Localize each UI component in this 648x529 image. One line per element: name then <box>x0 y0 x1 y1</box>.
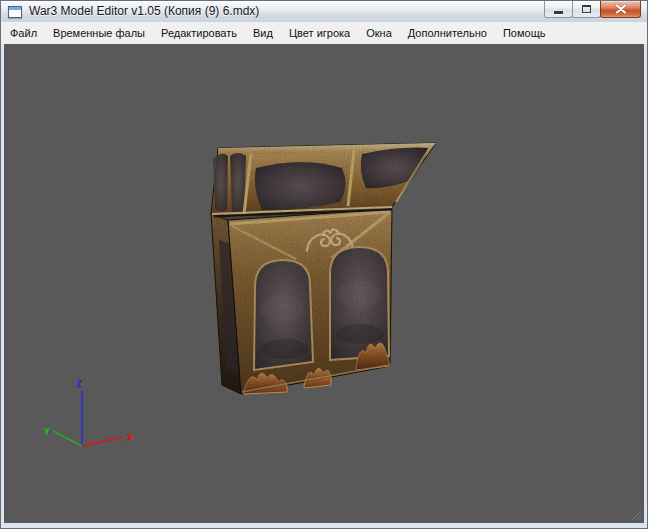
menu-bar: Файл Временные фалы Редактировать Вид Цв… <box>1 22 647 44</box>
menu-item-view[interactable]: Вид <box>245 23 281 43</box>
app-icon <box>8 6 22 18</box>
axis-label-x: X <box>127 433 133 443</box>
minimize-button[interactable] <box>544 1 573 18</box>
menu-item-windows[interactable]: Окна <box>358 23 400 43</box>
minimize-icon <box>554 11 563 14</box>
menu-item-temp-files[interactable]: Временные фалы <box>45 23 153 43</box>
maximize-icon <box>582 5 591 13</box>
close-icon <box>615 4 627 14</box>
window-title: War3 Model Editor v1.05 (Копия (9) 6.mdx… <box>29 4 259 19</box>
menu-item-file[interactable]: Файл <box>2 23 45 43</box>
axis-label-z: Z <box>76 379 82 389</box>
menu-item-additional[interactable]: Дополнительно <box>400 23 495 43</box>
app-window: War3 Model Editor v1.05 (Копия (9) 6.mdx… <box>0 0 648 529</box>
menu-item-edit[interactable]: Редактировать <box>153 23 245 43</box>
window-controls <box>545 1 641 18</box>
menu-item-help[interactable]: Помощь <box>495 23 554 43</box>
close-button[interactable] <box>600 1 641 18</box>
viewport-3d[interactable]: Z X Y <box>4 44 644 523</box>
title-bar[interactable]: War3 Model Editor v1.05 (Копия (9) 6.mdx… <box>1 1 647 22</box>
maximize-button[interactable] <box>572 1 601 18</box>
axis-label-y: Y <box>44 427 50 437</box>
menu-item-player-color[interactable]: Цвет игрока <box>281 23 358 43</box>
viewport-canvas: Z X Y <box>4 44 644 523</box>
